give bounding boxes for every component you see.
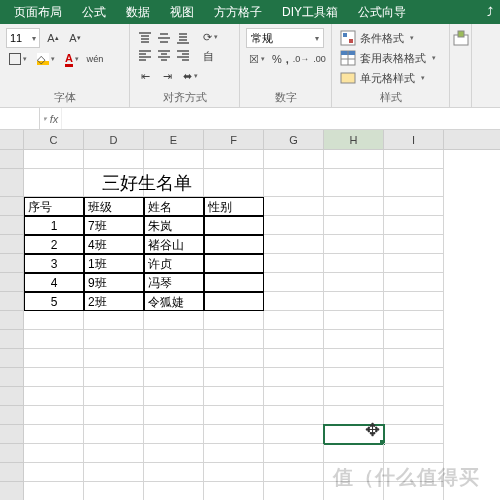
cell[interactable] [324, 444, 384, 463]
cell[interactable] [144, 425, 204, 444]
cell[interactable] [264, 273, 324, 292]
tab-view[interactable]: 视图 [160, 0, 204, 24]
cell[interactable] [324, 482, 384, 500]
cell-seq[interactable]: 4 [24, 273, 84, 292]
cell[interactable] [264, 482, 324, 500]
align-center-icon[interactable] [155, 47, 173, 63]
cell[interactable] [204, 463, 264, 482]
cell-seq[interactable]: 2 [24, 235, 84, 254]
cell[interactable] [204, 406, 264, 425]
increase-decimal-icon[interactable]: .0→ [293, 50, 310, 68]
cell[interactable] [264, 216, 324, 235]
cell[interactable] [384, 425, 444, 444]
cell[interactable] [84, 444, 144, 463]
cell[interactable] [84, 463, 144, 482]
cell[interactable] [24, 311, 84, 330]
row-header[interactable] [0, 292, 24, 311]
cell[interactable] [324, 330, 384, 349]
cell[interactable] [324, 387, 384, 406]
cell[interactable] [144, 463, 204, 482]
cell[interactable] [204, 425, 264, 444]
tab-formulas[interactable]: 公式 [72, 0, 116, 24]
cell[interactable] [204, 482, 264, 500]
align-middle-icon[interactable] [155, 30, 173, 46]
row-header[interactable] [0, 311, 24, 330]
row-header[interactable] [0, 387, 24, 406]
cell[interactable] [264, 150, 324, 169]
cell[interactable] [324, 169, 384, 197]
cell-class[interactable]: 1班 [84, 254, 144, 273]
decrease-decimal-icon[interactable]: .00 [313, 50, 326, 68]
cell[interactable] [324, 292, 384, 311]
cell[interactable] [24, 463, 84, 482]
conditional-format-button[interactable]: 条件格式 [338, 28, 443, 48]
cell[interactable] [84, 406, 144, 425]
cell-name[interactable]: 许贞 [144, 254, 204, 273]
cell-seq[interactable]: 1 [24, 216, 84, 235]
row-header[interactable] [0, 235, 24, 254]
cell[interactable] [144, 406, 204, 425]
fill-color-button[interactable]: ◇ [34, 50, 58, 68]
tab-fangfang[interactable]: 方方格子 [204, 0, 272, 24]
cell-class[interactable]: 9班 [84, 273, 144, 292]
cell[interactable] [144, 482, 204, 500]
cell[interactable] [264, 330, 324, 349]
cell[interactable] [384, 197, 444, 216]
cell[interactable] [144, 368, 204, 387]
cell[interactable] [324, 368, 384, 387]
cell[interactable] [84, 425, 144, 444]
cell[interactable] [384, 482, 444, 500]
name-box[interactable] [0, 108, 40, 129]
cell[interactable] [204, 169, 264, 197]
cell[interactable] [384, 349, 444, 368]
tab-formula-guide[interactable]: 公式向导 [348, 0, 416, 24]
font-color-button[interactable]: A [62, 50, 82, 68]
row-header[interactable] [0, 425, 24, 444]
cell[interactable] [84, 330, 144, 349]
cell[interactable] [144, 169, 204, 197]
number-format-select[interactable]: 常规 [246, 28, 324, 48]
cell-sex[interactable] [204, 254, 264, 273]
align-left-icon[interactable] [136, 47, 154, 63]
cell[interactable] [264, 311, 324, 330]
formula-input[interactable] [62, 108, 500, 129]
cell-sex[interactable] [204, 235, 264, 254]
col-header-h[interactable]: H [324, 130, 384, 149]
cell[interactable] [324, 216, 384, 235]
col-header-i[interactable]: I [384, 130, 444, 149]
align-top-icon[interactable] [136, 30, 154, 46]
cell[interactable] [324, 463, 384, 482]
cell-sex[interactable] [204, 292, 264, 311]
align-right-icon[interactable] [174, 47, 192, 63]
col-header-e[interactable]: E [144, 130, 204, 149]
row-header[interactable] [0, 406, 24, 425]
cell[interactable] [384, 254, 444, 273]
cell[interactable] [264, 169, 324, 197]
cell[interactable] [84, 311, 144, 330]
table-title[interactable]: 三好生名单 [84, 169, 144, 197]
cell[interactable] [84, 387, 144, 406]
share-icon[interactable]: ⤴ [480, 5, 500, 19]
border-button[interactable] [6, 50, 30, 68]
cell[interactable] [264, 235, 324, 254]
cell[interactable] [384, 368, 444, 387]
col-header-g[interactable]: G [264, 130, 324, 149]
cell-styles-button[interactable]: 单元格样式 [338, 68, 443, 88]
cell[interactable] [84, 349, 144, 368]
cell-sex[interactable] [204, 273, 264, 292]
cell[interactable] [384, 292, 444, 311]
cell-class[interactable]: 4班 [84, 235, 144, 254]
cell[interactable] [24, 169, 84, 197]
tab-diy[interactable]: DIY工具箱 [272, 0, 348, 24]
cell-seq[interactable]: 3 [24, 254, 84, 273]
row-header[interactable] [0, 169, 24, 197]
header-sex[interactable]: 性别 [204, 197, 264, 216]
cell[interactable] [384, 169, 444, 197]
cell-seq[interactable]: 5 [24, 292, 84, 311]
accounting-format-button[interactable]: ☒ [246, 50, 268, 68]
cell[interactable] [384, 463, 444, 482]
orientation-button[interactable]: ⟳ [200, 28, 221, 46]
cell[interactable] [324, 150, 384, 169]
comma-style-icon[interactable]: , [286, 50, 289, 68]
row-header[interactable] [0, 349, 24, 368]
